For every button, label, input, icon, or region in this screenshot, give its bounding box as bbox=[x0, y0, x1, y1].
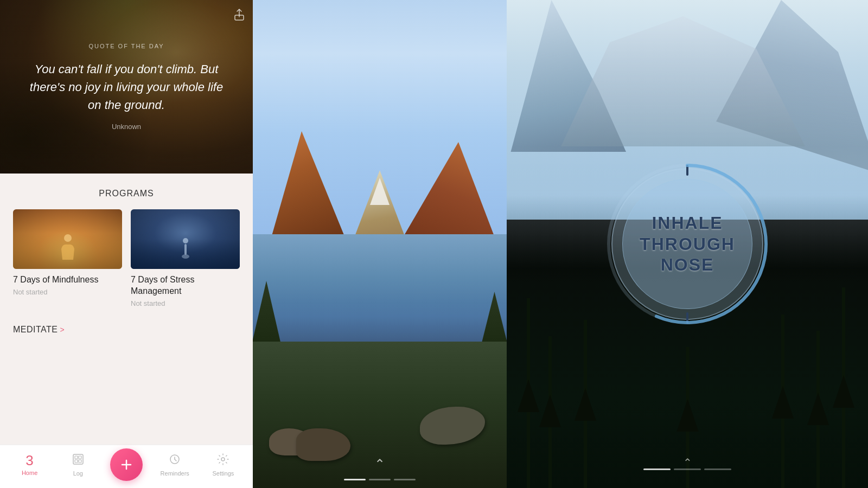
share-icon[interactable] bbox=[234, 9, 244, 23]
quote-content: QUOTE OF THE DAY You can't fall if you d… bbox=[0, 0, 253, 174]
mindfulness-thumbnail-bg bbox=[13, 209, 122, 269]
program-name-mindfulness: 7 Days of Mindfulness bbox=[13, 274, 122, 286]
programs-section: PROGRAMS 7 Days of Mindfulness Not start… bbox=[0, 174, 253, 316]
quote-author: Unknown bbox=[112, 123, 141, 131]
right-dot-1 bbox=[643, 468, 671, 470]
nav-log[interactable]: Log bbox=[54, 453, 102, 481]
meditate-arrow-icon: > bbox=[60, 325, 65, 334]
nav-home-badge: 3 bbox=[25, 453, 33, 467]
program-status-mindfulness: Not started bbox=[13, 288, 122, 296]
svg-rect-8 bbox=[75, 460, 78, 463]
stress-thumbnail-bg bbox=[131, 209, 240, 269]
program-status-stress: Not started bbox=[131, 299, 240, 307]
svg-point-1 bbox=[64, 234, 72, 242]
rock-2 bbox=[296, 428, 350, 461]
right-bottom-bar bbox=[507, 455, 868, 488]
reminders-icon bbox=[168, 453, 181, 468]
settings-icon bbox=[216, 453, 229, 468]
progress-dots bbox=[253, 479, 507, 480]
person-silhouette-icon bbox=[57, 233, 79, 262]
program-card-mindfulness[interactable]: 7 Days of Mindfulness Not started bbox=[13, 209, 122, 307]
meditate-section[interactable]: MEDITATE > bbox=[0, 316, 253, 343]
add-button[interactable] bbox=[110, 448, 143, 481]
right-dot-2 bbox=[674, 468, 701, 470]
quote-label: QUOTE OF THE DAY bbox=[88, 43, 164, 49]
swipe-up-indicator[interactable]: ⌃ bbox=[374, 457, 385, 472]
program-card-stress[interactable]: 7 Days of Stress Management Not started bbox=[131, 209, 240, 307]
rock-3 bbox=[420, 407, 485, 445]
breathing-panel: INHALE THROUGH NOSE ⌃ bbox=[507, 0, 868, 488]
chevron-up-icon: ⌃ bbox=[374, 457, 385, 472]
program-thumb-mindfulness bbox=[13, 209, 122, 269]
breathing-circle-outer: INHALE THROUGH NOSE bbox=[611, 168, 763, 320]
mountain-scene bbox=[253, 0, 507, 488]
svg-point-15 bbox=[221, 458, 225, 461]
home-panel: QUOTE OF THE DAY You can't fall if you d… bbox=[0, 0, 253, 488]
nav-home[interactable]: 3 Home bbox=[5, 453, 54, 480]
meditate-label: MEDITATE bbox=[13, 325, 58, 335]
stress-scene-icon bbox=[181, 236, 190, 261]
svg-rect-3 bbox=[184, 244, 187, 255]
bottom-nav: 3 Home Log bbox=[0, 445, 253, 488]
nav-log-label: Log bbox=[73, 470, 83, 477]
log-icon bbox=[72, 453, 85, 468]
breathing-arc-svg bbox=[603, 160, 771, 328]
quote-text: You can't fall if you don't climb. But t… bbox=[22, 60, 231, 114]
right-dot-3 bbox=[704, 468, 731, 470]
nav-add-container bbox=[102, 448, 150, 485]
progress-dot-3 bbox=[394, 479, 416, 480]
programs-grid: 7 Days of Mindfulness Not started 7 Da bbox=[13, 209, 240, 307]
nav-settings-label: Settings bbox=[213, 470, 234, 477]
mountain-lake-panel: ⌃ bbox=[253, 0, 507, 488]
breathing-container: INHALE THROUGH NOSE bbox=[611, 168, 763, 320]
nav-reminders[interactable]: Reminders bbox=[151, 453, 199, 481]
programs-title: PROGRAMS bbox=[13, 189, 240, 198]
program-thumb-stress bbox=[131, 209, 240, 269]
svg-rect-6 bbox=[75, 456, 78, 459]
svg-line-14 bbox=[175, 459, 176, 461]
progress-dot-1 bbox=[344, 479, 366, 480]
nav-reminders-label: Reminders bbox=[161, 470, 189, 477]
nav-settings[interactable]: Settings bbox=[199, 453, 247, 481]
meditate-link[interactable]: MEDITATE > bbox=[13, 325, 240, 335]
svg-rect-7 bbox=[79, 456, 81, 459]
svg-point-4 bbox=[182, 254, 189, 259]
quote-section: QUOTE OF THE DAY You can't fall if you d… bbox=[0, 0, 253, 174]
nav-home-label: Home bbox=[22, 470, 37, 476]
progress-dot-2 bbox=[369, 479, 391, 480]
svg-point-2 bbox=[183, 238, 188, 243]
svg-rect-9 bbox=[79, 460, 81, 463]
program-name-stress: 7 Days of Stress Management bbox=[131, 274, 240, 297]
